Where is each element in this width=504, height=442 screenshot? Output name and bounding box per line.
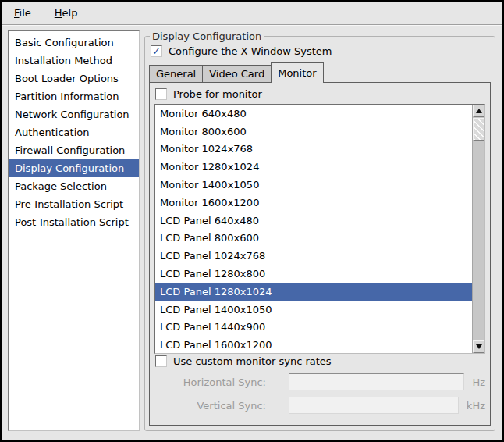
monitor-list-item-monitor-1280x1024[interactable]: Monitor 1280x1024	[155, 158, 472, 176]
sidebar-item-partition-information[interactable]: Partition Information	[9, 87, 139, 105]
custom-sync-label: Use custom monitor sync rates	[173, 355, 332, 367]
probe-monitor-label: Probe for monitor	[173, 88, 262, 100]
sidebar-item-firewall-configuration[interactable]: Firewall Configuration	[9, 141, 139, 159]
monitor-list-item-lcd-panel-1280x800[interactable]: LCD Panel 1280x800	[155, 265, 472, 283]
sidebar-item-authentication[interactable]: Authentication	[9, 123, 139, 141]
monitor-list-item-monitor-1400x1050[interactable]: Monitor 1400x1050	[155, 176, 472, 194]
scroll-down-button[interactable]	[473, 340, 484, 353]
sidebar-item-basic-configuration[interactable]: Basic Configuration	[9, 34, 139, 52]
monitor-list-item-lcd-panel-1600x1200[interactable]: LCD Panel 1600x1200	[155, 336, 472, 353]
sidebar-item-display-configuration[interactable]: Display Configuration	[9, 159, 139, 177]
sidebar-item-pre-installation-script[interactable]: Pre-Installation Script	[9, 195, 139, 213]
tab-general[interactable]: General	[149, 65, 203, 82]
configure-x-checkbox[interactable]: ✓	[151, 45, 162, 57]
monitor-list-item-lcd-panel-1280x1024[interactable]: LCD Panel 1280x1024	[155, 283, 472, 301]
monitor-list-item-monitor-800x600[interactable]: Monitor 800x600	[155, 123, 472, 141]
up-arrow-icon	[476, 109, 482, 113]
sidebar-item-package-selection[interactable]: Package Selection	[9, 177, 139, 195]
horizontal-sync-label: Horizontal Sync:	[154, 376, 266, 388]
custom-sync-checkbox-row[interactable]: Use custom monitor sync rates	[155, 355, 485, 367]
menu-bar: File Help	[2, 2, 502, 25]
monitor-listbox: Monitor 640x480Monitor 800x600Monitor 10…	[154, 104, 485, 354]
tab-monitor[interactable]: Monitor	[271, 62, 323, 83]
display-configuration-frame: Display Configuration ✓ Configure the X …	[144, 30, 495, 431]
tab-video-card[interactable]: Video Card	[202, 65, 272, 82]
horizontal-sync-input[interactable]	[289, 373, 464, 390]
monitor-list: Monitor 640x480Monitor 800x600Monitor 10…	[155, 105, 472, 353]
sidebar-item-installation-method[interactable]: Installation Method	[9, 52, 139, 70]
menu-help[interactable]: Help	[51, 5, 81, 20]
configure-x-checkbox-row[interactable]: ✓ Configure the X Window System	[151, 45, 491, 57]
monitor-list-item-lcd-panel-1440x900[interactable]: LCD Panel 1440x900	[155, 319, 472, 337]
sidebar-item-post-installation-script[interactable]: Post-Installation Script	[9, 213, 139, 231]
tab-strip: General Video Card Monitor	[149, 62, 491, 82]
horizontal-sync-row: Horizontal Sync: Hz	[154, 373, 485, 390]
frame-title: Display Configuration	[150, 30, 264, 42]
display-notebook: General Video Card Monitor Probe for mon…	[149, 62, 491, 426]
monitor-list-item-lcd-panel-1024x768[interactable]: LCD Panel 1024x768	[155, 247, 472, 265]
monitor-list-item-lcd-panel-1400x1050[interactable]: LCD Panel 1400x1050	[155, 301, 472, 319]
sidebar-category-list: Basic ConfigurationInstallation MethodBo…	[8, 30, 140, 431]
horizontal-sync-unit: Hz	[472, 376, 485, 388]
sidebar-item-network-configuration[interactable]: Network Configuration	[9, 105, 139, 123]
scrollbar-track[interactable]	[473, 117, 484, 340]
custom-sync-checkbox[interactable]	[155, 355, 167, 367]
vertical-sync-row: Vertical Sync: kHz	[154, 397, 485, 414]
vertical-sync-unit: kHz	[467, 400, 485, 412]
probe-monitor-checkbox-row[interactable]: Probe for monitor	[155, 88, 485, 100]
vertical-sync-input[interactable]	[289, 397, 459, 414]
monitor-list-item-monitor-640x480[interactable]: Monitor 640x480	[155, 105, 472, 123]
sidebar-item-boot-loader-options[interactable]: Boot Loader Options	[9, 70, 139, 87]
scrollbar-thumb[interactable]	[473, 118, 484, 141]
vertical-sync-label: Vertical Sync:	[154, 400, 266, 412]
kickstart-configurator-window: File Help Basic ConfigurationInstallatio…	[0, 0, 504, 442]
monitor-list-item-monitor-1024x768[interactable]: Monitor 1024x768	[155, 141, 472, 159]
down-arrow-icon	[476, 344, 482, 349]
monitor-list-item-monitor-1600x1200[interactable]: Monitor 1600x1200	[155, 194, 472, 212]
monitor-tab-page: Probe for monitor Monitor 640x480Monitor…	[149, 82, 491, 426]
monitor-list-item-lcd-panel-640x480[interactable]: LCD Panel 640x480	[155, 212, 472, 230]
menu-file[interactable]: File	[11, 5, 34, 20]
vertical-scrollbar[interactable]	[472, 105, 484, 353]
probe-monitor-checkbox[interactable]	[155, 88, 167, 100]
configure-x-label: Configure the X Window System	[169, 45, 332, 57]
main-area: Basic ConfigurationInstallation MethodBo…	[2, 25, 502, 440]
scroll-up-button[interactable]	[473, 105, 484, 117]
monitor-list-item-lcd-panel-800x600[interactable]: LCD Panel 800x600	[155, 230, 472, 248]
